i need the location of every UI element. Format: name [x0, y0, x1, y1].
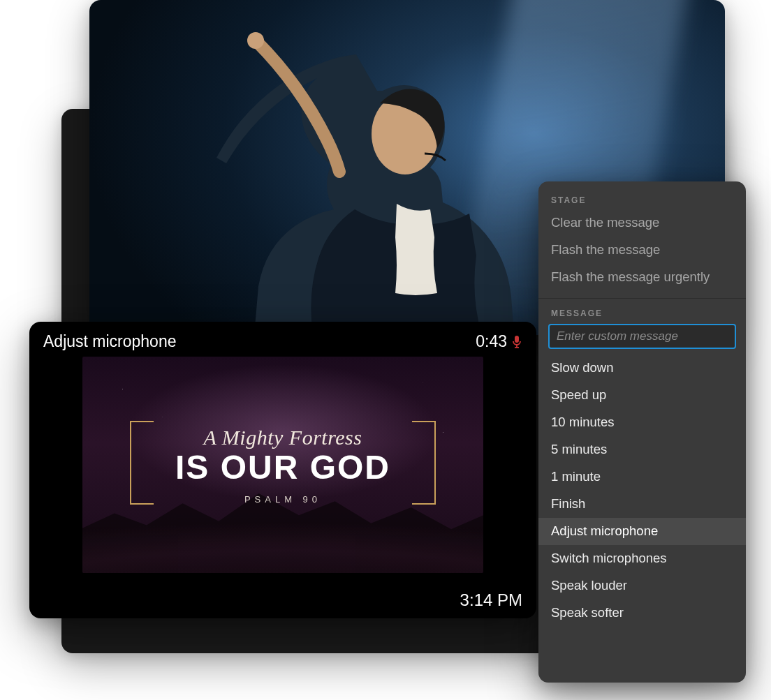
stage-clock: 3:14 PM — [460, 590, 522, 610]
svg-rect-2 — [515, 336, 519, 343]
preset-message-item[interactable]: Speak louder — [538, 572, 746, 600]
microphone-icon — [511, 335, 522, 349]
stage-actions-list: Clear the messageFlash the messageFlash … — [538, 209, 746, 291]
slide-bracket-left — [130, 421, 154, 505]
preset-message-item[interactable]: Speak softer — [538, 600, 746, 627]
preset-message-item[interactable]: 5 minutes — [538, 436, 746, 463]
preset-message-item[interactable]: Switch microphones — [538, 545, 746, 572]
preset-message-item[interactable]: Speed up — [538, 382, 746, 409]
slide-subtitle: PSALM 90 — [244, 494, 321, 505]
stage-section-label: STAGE — [538, 191, 746, 209]
stage-action-item[interactable]: Flash the message — [538, 237, 746, 264]
preset-message-item[interactable]: Finish — [538, 491, 746, 518]
slide-script-line: A Mighty Fortress — [204, 426, 362, 449]
stage-action-item[interactable]: Flash the message urgently — [538, 264, 746, 291]
preset-message-item[interactable]: Adjust microphone — [538, 518, 746, 545]
preset-messages-list: Slow downSpeed up10 minutes5 minutes1 mi… — [538, 355, 746, 627]
panel-divider — [538, 298, 746, 299]
stage-action-item[interactable]: Clear the message — [538, 209, 746, 237]
preset-message-item[interactable]: 10 minutes — [538, 409, 746, 436]
stage-monitor-window: Adjust microphone 0:43 A Mighty Fortress… — [29, 322, 536, 618]
stage-slide-preview: A Mighty Fortress IS OUR GOD PSALM 90 — [82, 357, 483, 573]
preset-message-item[interactable]: 1 minute — [538, 463, 746, 491]
svg-point-1 — [247, 32, 264, 49]
speaker-silhouette — [173, 28, 536, 335]
custom-message-input[interactable] — [548, 324, 736, 349]
custom-message-input-wrap — [538, 322, 746, 355]
preset-message-item[interactable]: Slow down — [538, 355, 746, 382]
stage-messages-panel: STAGE Clear the messageFlash the message… — [538, 181, 746, 683]
stage-monitor-header: Adjust microphone 0:43 — [29, 322, 536, 357]
message-section-label: MESSAGE — [538, 304, 746, 322]
stage-status-message: Adjust microphone — [43, 332, 177, 351]
slide-bracket-right — [412, 421, 436, 505]
stage-timer-group: 0:43 — [476, 332, 522, 351]
stage-timer: 0:43 — [476, 332, 507, 351]
slide-title: IS OUR GOD — [175, 451, 390, 484]
